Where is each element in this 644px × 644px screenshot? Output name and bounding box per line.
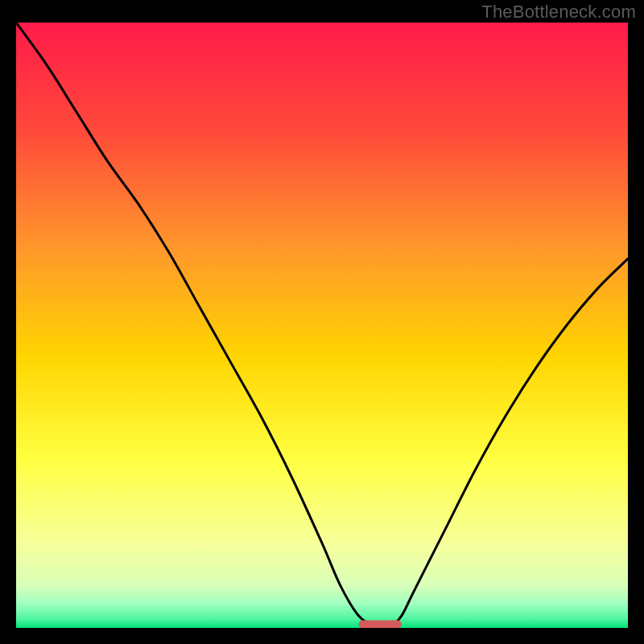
plot-area — [16, 23, 628, 628]
optimal-marker-pill — [359, 620, 402, 628]
gradient-background — [16, 23, 628, 628]
optimal-marker — [359, 620, 402, 628]
chart-svg — [16, 23, 628, 628]
chart-frame: TheBottleneck.com — [0, 0, 644, 644]
watermark-text: TheBottleneck.com — [481, 2, 636, 23]
